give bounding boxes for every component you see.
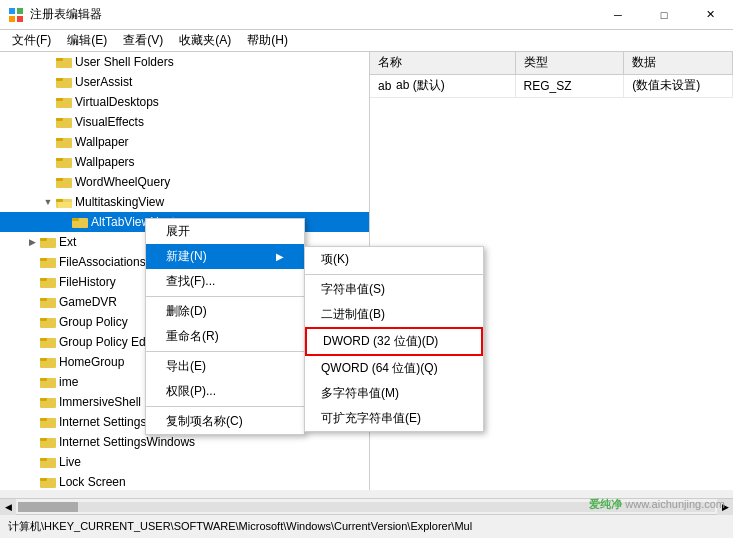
folder-icon [40, 374, 56, 390]
list-item[interactable]: Lock Screen [0, 472, 369, 490]
tree-label: Live [59, 455, 81, 469]
tree-label: Internet Settings [59, 415, 146, 429]
folder-icon [56, 54, 72, 70]
folder-icon [56, 134, 72, 150]
sub-binary[interactable]: 二进制值(B) [305, 302, 483, 327]
svg-rect-48 [40, 478, 47, 481]
ctx-expand[interactable]: 展开 [146, 219, 304, 244]
watermark-url: www.aichunjing.com [625, 498, 725, 510]
list-item[interactable]: WordWheelQuery [0, 172, 369, 192]
menu-edit[interactable]: 编辑(E) [59, 30, 115, 51]
brand-name: 爱纯净 [589, 498, 622, 510]
list-item[interactable]: User Shell Folders [0, 52, 369, 72]
folder-icon [72, 214, 88, 230]
list-item[interactable]: UserAssist [0, 72, 369, 92]
menu-file[interactable]: 文件(F) [4, 30, 59, 51]
scroll-thumb[interactable] [18, 502, 78, 512]
tree-label: Group Policy [59, 315, 128, 329]
sub-qword[interactable]: QWORD (64 位值)(Q) [305, 356, 483, 381]
list-item[interactable]: Wallpaper [0, 132, 369, 152]
folder-icon [40, 474, 56, 490]
menu-bar: 文件(F) 编辑(E) 查看(V) 收藏夹(A) 帮助(H) [0, 30, 733, 52]
tree-label: Wallpaper [75, 135, 129, 149]
tree-label: ImmersiveShell [59, 395, 141, 409]
folder-icon [56, 154, 72, 170]
svg-rect-38 [40, 378, 47, 381]
col-data: 数据 [624, 52, 733, 74]
folder-icon [40, 394, 56, 410]
sub-multi-string[interactable]: 多字符串值(M) [305, 381, 483, 406]
svg-rect-7 [56, 78, 63, 81]
folder-icon [40, 434, 56, 450]
ctx-permissions[interactable]: 权限(P)... [146, 379, 304, 404]
folder-icon [56, 114, 72, 130]
tree-label: GameDVR [59, 295, 117, 309]
svg-rect-2 [9, 16, 15, 22]
ctx-separator [146, 296, 304, 297]
scroll-left-btn[interactable]: ◀ [0, 499, 16, 515]
folder-icon [40, 354, 56, 370]
title-bar: 注册表编辑器 ─ □ ✕ [0, 0, 733, 30]
tree-label: UserAssist [75, 75, 132, 89]
list-item[interactable]: ▼ MultitaskingView [0, 192, 369, 212]
expand-arrow [40, 54, 56, 70]
ctx-rename[interactable]: 重命名(R) [146, 324, 304, 349]
list-item[interactable]: Live [0, 452, 369, 472]
tree-label: MultitaskingView [75, 195, 164, 209]
folder-icon [56, 174, 72, 190]
svg-rect-24 [40, 238, 47, 241]
sub-dword[interactable]: DWORD (32 位值)(D) [305, 327, 483, 356]
folder-icon [40, 334, 56, 350]
submenu: 项(K) 字符串值(S) 二进制值(B) DWORD (32 位值)(D) QW… [304, 246, 484, 432]
menu-favorites[interactable]: 收藏夹(A) [171, 30, 239, 51]
status-path: 计算机\HKEY_CURRENT_USER\SOFTWARE\Microsoft… [8, 519, 472, 534]
ctx-separator-2 [146, 351, 304, 352]
ctx-delete[interactable]: 删除(D) [146, 299, 304, 324]
ctx-find[interactable]: 查找(F)... [146, 269, 304, 294]
svg-rect-20 [58, 202, 72, 208]
list-item[interactable]: Internet SettingsWindows [0, 432, 369, 452]
window-title: 注册表编辑器 [30, 6, 102, 23]
svg-rect-15 [56, 158, 63, 161]
sub-key[interactable]: 项(K) [305, 247, 483, 272]
tree-label: User Shell Folders [75, 55, 174, 69]
sub-expandable-string[interactable]: 可扩充字符串值(E) [305, 406, 483, 431]
menu-view[interactable]: 查看(V) [115, 30, 171, 51]
folder-icon [40, 294, 56, 310]
folder-icon [40, 314, 56, 330]
svg-rect-42 [40, 418, 47, 421]
ctx-copy-name[interactable]: 复制项名称(C) [146, 409, 304, 434]
folder-icon [40, 454, 56, 470]
menu-help[interactable]: 帮助(H) [239, 30, 296, 51]
tree-label: Wallpapers [75, 155, 135, 169]
tree-label: Lock Screen [59, 475, 126, 489]
svg-rect-28 [40, 278, 47, 281]
list-item[interactable]: Wallpapers [0, 152, 369, 172]
ctx-new[interactable]: 新建(N) ▶ [146, 244, 304, 269]
list-item[interactable]: VirtualDesktops [0, 92, 369, 112]
tree-label: WordWheelQuery [75, 175, 170, 189]
minimize-button[interactable]: ─ [595, 0, 641, 30]
folder-icon [40, 414, 56, 430]
app-icon [8, 7, 24, 23]
svg-rect-44 [40, 438, 47, 441]
folder-icon [40, 254, 56, 270]
list-item[interactable]: VisualEffects [0, 112, 369, 132]
svg-rect-46 [40, 458, 47, 461]
folder-open-icon [56, 194, 72, 210]
folder-icon [40, 274, 56, 290]
close-button[interactable]: ✕ [687, 0, 733, 30]
watermark: 爱纯净 www.aichunjing.com [589, 497, 725, 512]
svg-rect-1 [17, 8, 23, 14]
registry-type: REG_SZ [515, 74, 624, 98]
ctx-export[interactable]: 导出(E) [146, 354, 304, 379]
table-row[interactable]: ab ab (默认) REG_SZ (数值未设置) [370, 74, 733, 98]
sub-string[interactable]: 字符串值(S) [305, 277, 483, 302]
svg-rect-26 [40, 258, 47, 261]
status-bar: 计算机\HKEY_CURRENT_USER\SOFTWARE\Microsoft… [0, 514, 733, 538]
submenu-arrow: ▶ [276, 251, 284, 262]
svg-rect-11 [56, 118, 63, 121]
maximize-button[interactable]: □ [641, 0, 687, 30]
svg-rect-0 [9, 8, 15, 14]
svg-text:ab: ab [378, 79, 392, 92]
